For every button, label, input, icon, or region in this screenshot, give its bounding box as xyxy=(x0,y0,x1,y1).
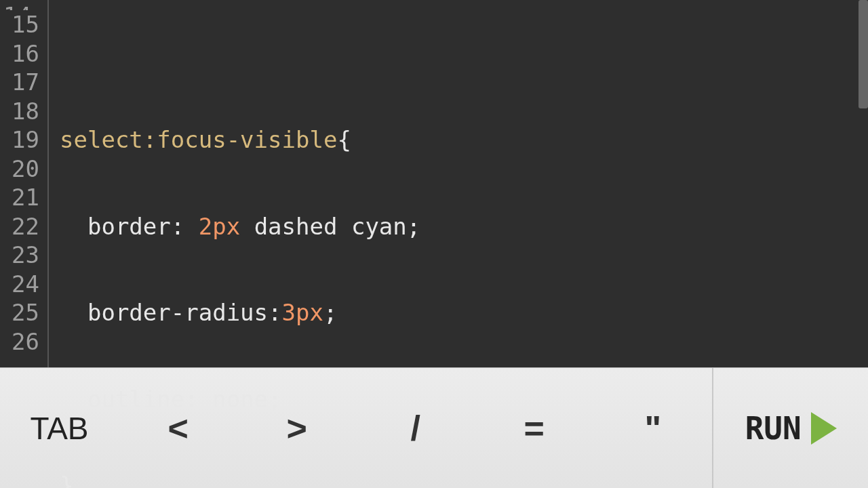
line-number: 20 xyxy=(0,155,39,184)
code-area[interactable]: select:focus-visible{ border: 2px dashed… xyxy=(49,0,868,367)
vertical-scrollbar[interactable] xyxy=(859,0,868,108)
code-line: border: 2px dashed cyan; xyxy=(60,212,868,241)
line-number: 26 xyxy=(0,327,39,357)
line-number: 19 xyxy=(0,125,39,155)
code-editor[interactable]: 14 15 16 17 18 19 20 21 22 23 24 25 26 s… xyxy=(0,0,868,367)
line-gutter: 14 15 16 17 18 19 20 21 22 23 24 25 26 xyxy=(0,0,49,367)
line-number: 25 xyxy=(0,298,39,327)
line-number: 21 xyxy=(0,183,39,212)
code-line: select:focus-visible{ xyxy=(60,125,868,155)
code-line: outline: none; xyxy=(60,385,868,414)
code-line xyxy=(60,58,868,68)
line-number: 18 xyxy=(0,97,39,126)
code-line: } xyxy=(60,471,868,488)
line-number: 16 xyxy=(0,39,39,68)
line-number: 22 xyxy=(0,212,39,241)
line-number: 17 xyxy=(0,68,39,97)
code-line: border-radius:3px; xyxy=(60,298,868,327)
line-number: 24 xyxy=(0,270,39,299)
line-number: 15 xyxy=(0,10,39,39)
line-number: 23 xyxy=(0,241,39,270)
